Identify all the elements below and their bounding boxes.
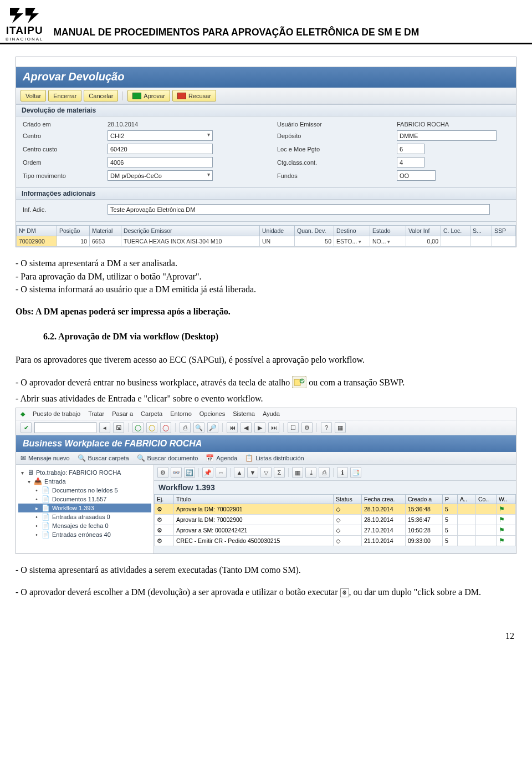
btn-agenda[interactable]: 📅Agenda	[206, 454, 237, 462]
prev-page-icon[interactable]: ◀	[241, 422, 252, 433]
first-page-icon[interactable]: ⏮	[227, 422, 238, 433]
table-row[interactable]: 70002900 10 6653 TUERCA HEXAG INOX AISI-…	[17, 236, 516, 247]
total-icon[interactable]: Σ	[274, 467, 285, 478]
display-icon[interactable]: 👓	[171, 467, 182, 478]
cell-estado[interactable]: NO...	[370, 236, 406, 247]
col-ssp[interactable]: SSP	[492, 226, 516, 236]
btn-buscar-carpeta[interactable]: 🔍Buscar carpeta	[78, 454, 129, 462]
filter-icon[interactable]: ▽	[260, 467, 272, 478]
btn-mensaje-nuevo[interactable]: ✉Mensaje nuevo	[21, 454, 70, 462]
input-loc-moe-pgto[interactable]: 6	[397, 144, 424, 154]
execute-icon[interactable]: ⚙	[157, 467, 168, 478]
replace-icon[interactable]: ↔	[216, 467, 227, 478]
input-ordem[interactable]: 4006	[108, 157, 213, 167]
col-descricao[interactable]: Descrição Emissor	[121, 226, 260, 236]
menu-entorno[interactable]: Entorno	[170, 410, 192, 418]
cancel-icon[interactable]: ◯	[160, 422, 171, 433]
wfcol-status[interactable]: Status	[334, 495, 362, 504]
wfcol-p[interactable]: P	[443, 495, 458, 504]
last-page-icon[interactable]: ⏭	[268, 422, 279, 433]
voltar-button[interactable]: Voltar	[21, 90, 46, 101]
save-icon[interactable]: 🖫	[113, 422, 124, 433]
input-fundos[interactable]: OO	[397, 170, 436, 181]
find-next-icon[interactable]: 🔎	[207, 422, 218, 433]
find-icon[interactable]: 🔍	[193, 422, 204, 433]
cancelar-button[interactable]: Cancelar	[84, 90, 118, 101]
encerrar-button[interactable]: Encerrar	[48, 90, 81, 101]
wfcol-fecha[interactable]: Fecha crea.	[362, 495, 406, 504]
tree-entradas-erroneas[interactable]: •📄Entradas erróneas 40	[18, 530, 151, 539]
cell-cloc	[441, 236, 470, 247]
input-centro[interactable]: CHI2	[108, 130, 213, 141]
col-material[interactable]: Material	[90, 226, 121, 236]
exit-icon[interactable]: ◯	[146, 422, 157, 433]
col-posicao[interactable]: Posição	[57, 226, 90, 236]
tree-root[interactable]: ▾🖥Pto.trabajo: FABRICIO ROCHA	[18, 468, 151, 477]
para-8b: , ou dar um duplo "click sobre a DM.	[349, 587, 481, 597]
layout-icon[interactable]: ▦	[292, 467, 303, 478]
input-ctg-class-cont[interactable]: 4	[397, 157, 424, 167]
tree-entrada[interactable]: ▾📥Entrada	[18, 477, 151, 486]
wf-hora-cell: 15:36:47	[406, 515, 443, 525]
input-inf-adic[interactable]: Teste Aprovação Eletrônica DM	[108, 204, 490, 215]
new-session-icon[interactable]: ☐	[288, 422, 299, 433]
next-page-icon[interactable]: ▶	[254, 422, 265, 433]
col-s[interactable]: S...	[470, 226, 492, 236]
menu-ayuda[interactable]: Ayuda	[263, 410, 280, 418]
wfcol-creado[interactable]: Creado a	[406, 495, 443, 504]
distrib-list-icon: 📋	[245, 454, 253, 462]
tree-mensajes-fecha[interactable]: •📄Mensajes de fecha 0	[18, 521, 151, 530]
input-deposito[interactable]: DMME	[397, 130, 497, 141]
tree-entradas-atrasadas[interactable]: •📄Entradas atrasadas 0	[18, 512, 151, 521]
reserve-icon[interactable]: 📌	[202, 467, 213, 478]
sort-asc-icon[interactable]: ▲	[234, 467, 245, 478]
input-centro-custo[interactable]: 60420	[108, 144, 213, 154]
wfcol-w[interactable]: W..	[497, 495, 516, 504]
col-cloc[interactable]: C. Loc.	[441, 226, 470, 236]
wfcol-co[interactable]: Co..	[476, 495, 497, 504]
select-tipo-movimento[interactable]: DM p/Depós-CeCo	[108, 170, 213, 181]
details-icon[interactable]: ℹ	[337, 467, 348, 478]
print-icon[interactable]: ⎙	[180, 422, 191, 433]
col-estado[interactable]: Estado	[370, 226, 406, 236]
help-icon[interactable]: ?	[321, 422, 332, 433]
wfcol-titulo[interactable]: Título	[174, 495, 334, 504]
workflow-row[interactable]: ⚙ Aprovar a SM: 0000242421 ◇ 27.10.2014 …	[155, 525, 516, 536]
col-ndm[interactable]: Nº DM	[17, 226, 57, 236]
aprovar-button[interactable]: Aprovar	[127, 90, 170, 101]
tree-docs-no-leidos[interactable]: •📄Documentos no leídos 5	[18, 486, 151, 495]
col-valor-inf[interactable]: Valor Inf	[406, 226, 441, 236]
menu-tratar[interactable]: Tratar	[88, 410, 104, 418]
back-icon[interactable]: ◯	[132, 422, 144, 433]
tree-workflow-selected[interactable]: ▸📄Workflow 1.393	[18, 504, 151, 512]
dropdown-icon[interactable]: ◂	[99, 422, 110, 433]
workflow-row[interactable]: ⚙ Aprovar la DM: 70002901 ◇ 28.10.2014 1…	[155, 504, 516, 515]
workflow-row[interactable]: ⚙ Aprovar la DM: 70002900 ◇ 28.10.2014 1…	[155, 515, 516, 525]
btn-buscar-documento[interactable]: 🔍Buscar documento	[137, 454, 198, 462]
col-destino[interactable]: Destino	[334, 226, 370, 236]
menu-opciones[interactable]: Opciones	[200, 410, 225, 418]
separator	[198, 468, 199, 477]
command-field[interactable]	[34, 422, 96, 433]
refresh-icon[interactable]: 🔄	[184, 467, 195, 478]
export-icon[interactable]: ⤓	[305, 467, 316, 478]
workflow-row[interactable]: ⚙ CREC - Emitir CR - Pedido 4500030215 ◇…	[155, 536, 516, 546]
cell-destino[interactable]: ESTO...	[334, 236, 370, 247]
sort-desc-icon[interactable]: ▼	[247, 467, 258, 478]
print-icon[interactable]: ⎙	[319, 467, 330, 478]
wfcol-ej[interactable]: Ej.	[155, 495, 174, 504]
shortcut-icon[interactable]: ⚙	[301, 422, 313, 433]
menu-puesto[interactable]: Puesto de trabajo	[33, 410, 80, 418]
recusar-button[interactable]: Recusar	[172, 90, 216, 101]
menu-sistema[interactable]: Sistema	[233, 410, 255, 418]
menu-carpeta[interactable]: Carpeta	[141, 410, 162, 418]
col-unidade[interactable]: Unidade	[260, 226, 295, 236]
tree-documentos[interactable]: •📄Documentos 11.557	[18, 495, 151, 504]
wfcol-a[interactable]: A..	[458, 495, 476, 504]
layout-icon[interactable]: ▦	[335, 422, 346, 433]
col-quan-dev[interactable]: Quan. Dev.	[295, 226, 334, 236]
btn-listas-distribucion[interactable]: 📋Listas distribución	[245, 454, 304, 462]
log-icon[interactable]: 📑	[350, 467, 361, 478]
enter-icon[interactable]: ✔	[21, 422, 32, 433]
menu-pasar-a[interactable]: Pasar a	[112, 410, 133, 418]
